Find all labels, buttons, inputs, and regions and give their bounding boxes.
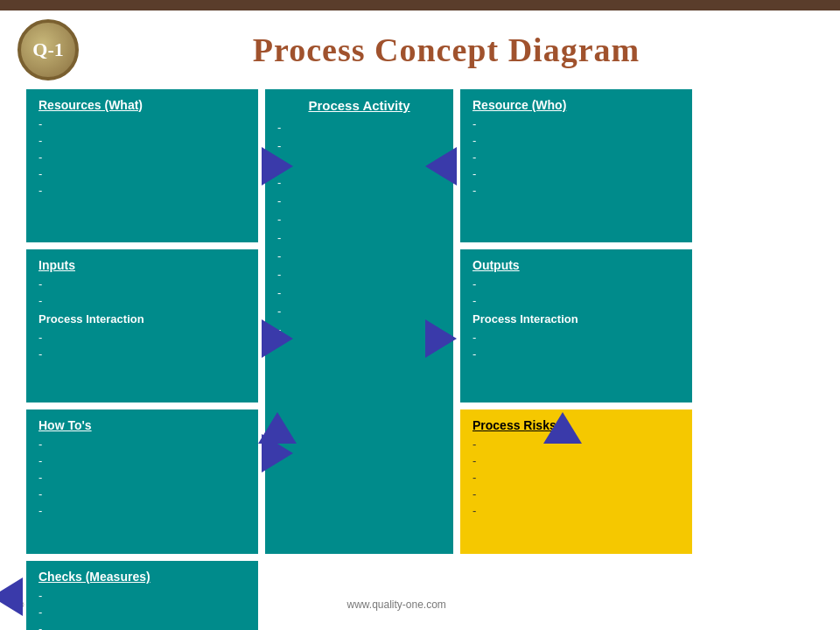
- dash: -: [38, 471, 246, 484]
- dash: -: [38, 622, 246, 630]
- how-tos-title: How To's: [38, 418, 246, 432]
- dash: -: [277, 323, 441, 336]
- dash: -: [472, 347, 680, 360]
- outputs-box: Outputs - - Process Interaction - -: [460, 249, 692, 402]
- arrow-right-row2: [262, 319, 293, 358]
- arrow-right-row2-right: [425, 319, 457, 358]
- dash: -: [472, 471, 680, 484]
- process-activity-title: Process Activity: [277, 98, 441, 113]
- dash: -: [38, 134, 246, 147]
- dash: -: [38, 150, 246, 164]
- dash: -: [277, 268, 441, 281]
- dash: -: [277, 231, 441, 244]
- dash: -: [277, 213, 441, 226]
- diagram-area: Resources (What) - - - - - Process Activ…: [0, 89, 840, 588]
- dash: -: [38, 347, 246, 360]
- dash: -: [277, 121, 441, 134]
- outputs-title: Outputs: [472, 258, 680, 272]
- dash: -: [277, 139, 441, 152]
- resources-what-box: Resources (What) - - - - -: [26, 89, 258, 242]
- top-section: Q-1 Process Concept Diagram: [0, 10, 840, 89]
- logo: Q-1: [18, 19, 79, 80]
- inputs-title: Inputs: [38, 258, 246, 272]
- arrow-up-left-indicator: [258, 412, 297, 444]
- dash: -: [472, 504, 680, 517]
- page-title: Process Concept Diagram: [79, 31, 814, 69]
- dash: -: [38, 454, 246, 467]
- process-interaction-label-right: Process Interaction: [472, 312, 680, 326]
- arrow-left-row1: [425, 147, 457, 186]
- dash: -: [472, 184, 680, 197]
- dash: -: [472, 167, 680, 180]
- dash: -: [472, 454, 680, 467]
- dash: -: [38, 277, 246, 290]
- resource-who-box: Resource (Who) - - - - -: [460, 89, 692, 242]
- dash: -: [277, 304, 441, 318]
- dash: -: [472, 331, 680, 344]
- grid-inner: Resources (What) - - - - - Process Activ…: [26, 89, 814, 588]
- logo-text: Q-1: [32, 38, 63, 61]
- resource-who-title: Resource (Who): [472, 98, 680, 112]
- dash: -: [38, 294, 246, 307]
- process-interaction-label-left: Process Interaction: [38, 312, 246, 326]
- checks-measures-title: Checks (Measures): [38, 570, 246, 584]
- dash: -: [277, 176, 441, 189]
- dash: -: [38, 487, 246, 500]
- dash: -: [38, 331, 246, 344]
- dash: -: [38, 589, 246, 602]
- how-tos-box: How To's - - - - -: [26, 410, 258, 554]
- dash: -: [38, 606, 246, 619]
- dash: -: [38, 117, 246, 130]
- dash: -: [38, 504, 246, 517]
- dash: -: [472, 134, 680, 147]
- dash: -: [277, 249, 441, 262]
- dash: -: [277, 286, 441, 299]
- dash: -: [277, 194, 441, 207]
- dash: -: [38, 438, 246, 451]
- header-bar: [0, 0, 840, 10]
- dash: -: [472, 277, 680, 290]
- dash: -: [38, 167, 246, 180]
- dash: -: [472, 487, 680, 500]
- arrow-up-right: [0, 578, 23, 616]
- dash: -: [472, 117, 680, 130]
- dash: -: [38, 184, 246, 197]
- resources-what-title: Resources (What): [38, 98, 246, 112]
- arrow-right-row1: [262, 147, 293, 186]
- checks-measures-box: Checks (Measures) - - - - -: [26, 561, 258, 630]
- dash: -: [277, 158, 441, 171]
- inputs-box: Inputs - - Process Interaction - -: [26, 249, 258, 402]
- arrow-up-right-indicator: [543, 412, 582, 444]
- dash: -: [472, 150, 680, 164]
- dash: -: [472, 294, 680, 307]
